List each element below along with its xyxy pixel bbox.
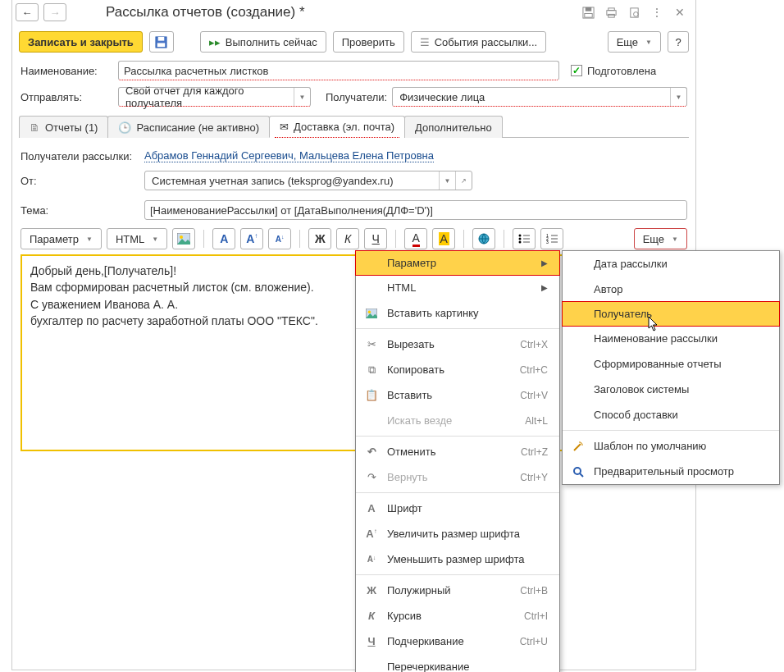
- bold-button[interactable]: Ж: [308, 228, 331, 249]
- from-select[interactable]: Системная учетная запись (teksprog@yande…: [144, 171, 472, 190]
- ctx2-recipient[interactable]: Получатель: [562, 301, 780, 327]
- forward-button[interactable]: →: [43, 3, 66, 21]
- text-color-button[interactable]: А: [404, 228, 427, 249]
- svg-text:3: 3: [546, 240, 549, 244]
- save-icon[interactable]: [579, 3, 597, 21]
- ctx2-name[interactable]: Наименование рассылки: [563, 326, 779, 351]
- ctx2-author[interactable]: Автор: [563, 277, 779, 302]
- tab-delivery[interactable]: ✉ Доставка (эл. почта): [269, 116, 405, 138]
- help-button[interactable]: ?: [668, 31, 689, 53]
- link-button[interactable]: [472, 228, 495, 249]
- tab-schedule[interactable]: 🕒 Расписание (не активно): [107, 116, 270, 138]
- send-row: Отправлять: Свой отчет для каждого получ…: [12, 84, 695, 110]
- recipients-label: Получатели:: [326, 91, 387, 103]
- name-input[interactable]: Рассылка расчетных листков: [118, 61, 559, 80]
- ctx-undo-shortcut: Ctrl+Z: [521, 446, 548, 458]
- more-label: Еще: [617, 36, 638, 48]
- ctx-strike[interactable]: Перечеркивание: [356, 654, 559, 672]
- bg-color-button[interactable]: А: [432, 228, 455, 249]
- ctx2-default-template[interactable]: Шаблон по умолчанию: [563, 433, 779, 459]
- ctx-cut[interactable]: ✂ Вырезать Ctrl+X: [356, 331, 559, 357]
- ctx-underline[interactable]: Ч Подчеркивание Ctrl+U: [356, 629, 559, 654]
- ctx-underline-label: Подчеркивание: [387, 635, 512, 647]
- increase-font-button[interactable]: А↑: [240, 228, 263, 249]
- font-button[interactable]: А: [212, 228, 235, 249]
- chevron-down-icon[interactable]: ▼: [439, 171, 455, 190]
- context-menu-editor: Параметр ▶ HTML ▶ Вставить картинку ✂ Вы…: [355, 250, 560, 672]
- preview-icon[interactable]: [625, 3, 643, 21]
- ctx-inc-font[interactable]: А↑ Увеличить размер шрифта: [356, 521, 559, 546]
- svg-point-12: [180, 235, 183, 239]
- svg-rect-1: [585, 7, 591, 11]
- ctx-bold[interactable]: Ж Полужирный Ctrl+B: [356, 578, 559, 603]
- ctx-param[interactable]: Параметр ▶: [355, 250, 560, 276]
- open-icon[interactable]: ↗: [455, 171, 472, 190]
- save-and-close-button[interactable]: Записать и закрыть: [19, 31, 143, 53]
- ctx-italic[interactable]: К Курсив Ctrl+I: [356, 603, 559, 629]
- ctx-html[interactable]: HTML ▶: [356, 275, 559, 300]
- subject-label: Тема:: [21, 204, 139, 217]
- chevron-right-icon: ▶: [541, 258, 548, 267]
- chevron-down-icon[interactable]: ▼: [294, 88, 310, 106]
- ctx-redo-shortcut: Ctrl+Y: [520, 472, 548, 483]
- ctx2-recipient-label: Получатель: [594, 308, 768, 320]
- check-button[interactable]: Проверить: [333, 31, 404, 53]
- underline-button[interactable]: Ч: [364, 228, 387, 249]
- ctx2-date-label: Дата рассылки: [594, 258, 768, 270]
- execute-now-button[interactable]: ▸▸ Выполнить сейчас: [200, 31, 326, 53]
- tab-additional[interactable]: Дополнительно: [404, 116, 503, 138]
- ctx2-reports[interactable]: Сформированные отчеты: [563, 351, 779, 377]
- tabs: 🗎 Отчеты (1) 🕒 Расписание (не активно) ✉…: [19, 115, 689, 138]
- font-inc-icon: А↑: [364, 528, 379, 540]
- prepared-checkbox[interactable]: ✓: [571, 65, 582, 76]
- decrease-font-button[interactable]: А↓: [268, 228, 291, 249]
- separator: [563, 430, 779, 431]
- separator: [356, 328, 559, 329]
- ctx-undo[interactable]: ↶ Отменить Ctrl+Z: [356, 439, 559, 464]
- ctx-font[interactable]: А Шрифт: [356, 496, 559, 521]
- ctx-dec-font-label: Уменьшить размер шрифта: [387, 553, 548, 565]
- ctx2-date[interactable]: Дата рассылки: [563, 251, 779, 277]
- svg-point-14: [519, 235, 522, 237]
- events-button[interactable]: ☰ События рассылки...: [411, 31, 546, 53]
- ctx-redo[interactable]: ↷ Вернуть Ctrl+Y: [356, 464, 559, 490]
- send-select[interactable]: Свой отчет для каждого получателя ▼: [118, 87, 311, 107]
- titlebar: ← → Рассылка отчетов (создание) * ⋮ ✕: [12, 0, 695, 26]
- ctx-paste[interactable]: 📋 Вставить Ctrl+V: [356, 382, 559, 408]
- subject-input[interactable]: [НаименованиеРассылки] от [ДатаВыполнени…: [144, 200, 687, 220]
- print-icon[interactable]: [602, 3, 620, 21]
- ctx2-preview[interactable]: Предварительный просмотр: [563, 459, 779, 484]
- tab-reports[interactable]: 🗎 Отчеты (1): [19, 116, 108, 138]
- bullet-list-button[interactable]: [513, 228, 536, 249]
- ctx2-system-title[interactable]: Заголовок системы: [563, 377, 779, 402]
- list-icon: ☰: [420, 36, 430, 48]
- svg-point-15: [519, 238, 522, 240]
- ctx-bold-shortcut: Ctrl+B: [520, 585, 548, 597]
- parameter-button[interactable]: Параметр ▼: [21, 228, 102, 249]
- svg-rect-10: [157, 43, 165, 47]
- editor-more-button[interactable]: Еще ▼: [634, 228, 687, 249]
- ctx-find[interactable]: Искать везде Alt+L: [356, 408, 559, 433]
- ctx-copy[interactable]: ⧉ Копировать Ctrl+C: [356, 357, 559, 382]
- italic-button[interactable]: К: [336, 228, 359, 249]
- chevron-down-icon: ▼: [645, 39, 652, 46]
- ctx-inc-font-label: Увеличить размер шрифта: [387, 528, 548, 540]
- ctx-italic-shortcut: Ctrl+I: [524, 610, 548, 622]
- ctx-dec-font[interactable]: А↓ Уменьшить размер шрифта: [356, 546, 559, 572]
- ctx2-delivery-method[interactable]: Способ доставки: [563, 402, 779, 427]
- chevron-down-icon[interactable]: ▼: [670, 88, 686, 106]
- mail-recipients-link[interactable]: Абрамов Геннадий Сергеевич, Мальцева Еле…: [144, 149, 434, 162]
- more-icon[interactable]: ⋮: [648, 3, 666, 21]
- save-button[interactable]: [149, 31, 174, 53]
- recipients-select[interactable]: Физические лица ▼: [392, 87, 687, 107]
- number-list-button[interactable]: 123: [540, 228, 563, 249]
- html-button[interactable]: HTML ▼: [107, 228, 167, 249]
- ctx-param-label: Параметр: [387, 257, 533, 269]
- back-button[interactable]: ←: [16, 3, 39, 21]
- tab-schedule-label: Расписание (не активно): [136, 121, 259, 134]
- insert-image-button[interactable]: [172, 228, 195, 249]
- more-button[interactable]: Еще ▼: [608, 31, 661, 53]
- close-icon[interactable]: ✕: [671, 3, 689, 21]
- ctx-insert-image[interactable]: Вставить картинку: [356, 300, 559, 326]
- ctx-italic-label: Курсив: [387, 610, 516, 622]
